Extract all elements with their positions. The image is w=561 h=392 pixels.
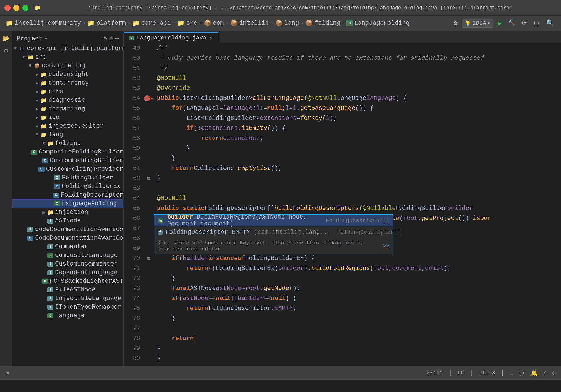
gutter-50 <box>144 53 154 63</box>
sidebar-label-folding: folding <box>55 140 81 147</box>
fold-marker-70[interactable]: ⊟ <box>146 256 151 261</box>
FoldingBuilderEx-icon: C <box>53 183 61 190</box>
breadcrumb-lang[interactable]: lang <box>284 20 299 27</box>
autocomplete-footer-link[interactable]: >> <box>383 243 389 249</box>
line-numbers: 49 50 51 52 53 54 55 56 57 58 59 60 61 6… <box>124 43 144 366</box>
autocomplete-item-1[interactable]: m builder.buildFoldRegions(ASTNode node,… <box>154 215 393 226</box>
sidebar-item-src[interactable]: ▼ 📁 src <box>12 53 123 61</box>
breadcrumb-sep-5: › <box>225 21 228 26</box>
sidebar-collapse-icon[interactable]: — <box>115 35 119 43</box>
sidebar-item-com-intellij[interactable]: ▼ 📦 com.intellij <box>12 61 123 70</box>
build-icon[interactable]: 🔨 <box>506 18 517 28</box>
breadcrumb-project[interactable]: intellij-community <box>15 20 81 27</box>
sidebar-item-concurrency[interactable]: ▶ 📁 concurrency <box>12 79 123 87</box>
code-line-75: return FoldingDescriptor.EMPTY; <box>157 304 561 314</box>
sidebar-item-diagnostic[interactable]: ▶ 📁 diagnostic <box>12 96 123 105</box>
sidebar-label-Commenter: Commenter <box>55 243 88 250</box>
sidebar-item-FoldingBuilderEx[interactable]: ▶ C FoldingBuilderEx <box>12 182 123 191</box>
sidebar-item-CompositeFoldingBuilder[interactable]: ▶ C CompositeFoldingBuilder <box>12 148 123 156</box>
code-line-78: return <box>157 334 561 344</box>
minimize-button[interactable] <box>13 5 19 11</box>
sidebar-item-formatting[interactable]: ▶ 📁 formatting <box>12 105 123 113</box>
status-position[interactable]: 78:12 <box>426 370 443 376</box>
status-left-icon[interactable]: ⊞ <box>6 369 9 376</box>
close-button[interactable] <box>4 5 11 11</box>
fold-marker-62[interactable]: ⊟ <box>146 176 151 181</box>
sidebar-item-codeInsight[interactable]: ▶ 📁 codeInsight <box>12 70 123 79</box>
tab-close-icon[interactable]: ✕ <box>210 35 213 41</box>
notifications-icon[interactable]: 🔔 <box>531 369 538 376</box>
vcs-icon[interactable]: ⟨⟩ <box>531 18 542 28</box>
breadcrumb-platform[interactable]: platform <box>96 20 126 27</box>
autocomplete-item-2[interactable]: f FoldingDescriptor.EMPTY (com.intellij.… <box>154 226 393 238</box>
sidebar-item-CodeDocAwareC2[interactable]: ▶ C CodeDocumentationAwareCo <box>12 234 123 242</box>
expand-arrow-ide: ▶ <box>34 115 40 120</box>
sidebar-dropdown-icon[interactable]: ▼ <box>45 36 47 41</box>
sidebar-item-CustomFoldingBuilder[interactable]: ▶ C CustomFoldingBuilder <box>12 156 123 165</box>
breadcrumb-src-icon: 📁 <box>177 19 184 27</box>
sidebar-item-Language[interactable]: ▶ C Language <box>12 311 123 320</box>
maximize-button[interactable] <box>22 5 28 11</box>
CustomFoldingProvider-icon: C <box>38 166 45 172</box>
power-save-icon[interactable]: ⚡ <box>543 369 547 376</box>
sidebar-item-FileASTNode[interactable]: ▶ I FileASTNode <box>12 286 123 294</box>
settings-status-icon[interactable]: ⚙ <box>552 369 555 376</box>
run-icon[interactable]: ▶ <box>496 18 504 29</box>
sidebar-item-CustomUncommenter[interactable]: ▶ I CustomUncommenter <box>12 260 123 268</box>
sidebar-item-core[interactable]: ▶ 📁 core <box>12 87 123 96</box>
sidebar-scroll-icon[interactable]: ⊕ <box>103 35 107 43</box>
breadcrumb-class[interactable]: LanguageFolding <box>354 20 409 27</box>
code-container: 49 50 51 52 53 54 55 56 57 58 59 60 61 6… <box>124 43 561 366</box>
sidebar-settings-icon[interactable]: ⚙ <box>109 35 113 43</box>
sidebar-item-folding[interactable]: ▼ 📁 folding <box>12 139 123 148</box>
sidebar-item-ide[interactable]: ▶ 📁 ide <box>12 113 123 122</box>
module-icon: □ <box>18 46 26 52</box>
sidebar-item-InjectableLanguage[interactable]: ▶ I InjectableLanguage <box>12 294 123 303</box>
sidebar-item-injection[interactable]: ▶ 📁 injection <box>12 208 123 217</box>
vcs-status-icon[interactable]: ⟨⟩ <box>518 369 525 376</box>
reload-icon[interactable]: ⟳ <box>520 18 528 28</box>
sidebar-item-DependentLanguage[interactable]: ▶ I DependentLanguage <box>12 268 123 277</box>
indent-icon[interactable]: ⎵ <box>510 370 513 376</box>
gutter-55 <box>144 103 154 113</box>
search-icon[interactable]: 🔍 <box>545 18 555 28</box>
breadcrumb-intellij[interactable]: intellij <box>239 20 269 27</box>
breakpoint-54[interactable] <box>144 95 150 101</box>
sidebar-item-ITokenTypeRemapper[interactable]: ▶ I ITokenTypeRemapper <box>12 303 123 311</box>
status-line-ending[interactable]: LF <box>457 370 464 376</box>
gutter-61 <box>144 163 154 173</box>
sidebar-item-Commenter[interactable]: ▶ I Commenter <box>12 242 123 251</box>
navigate-icon[interactable]: ⚙ <box>452 18 459 28</box>
breadcrumb-folding[interactable]: folding <box>314 20 340 27</box>
breadcrumb-src[interactable]: src <box>186 20 197 27</box>
sidebar-item-core-api[interactable]: ▼ □ core-api [intellij.platform.core] <box>12 44 123 53</box>
breadcrumb-coreapi[interactable]: core-api <box>141 20 171 27</box>
status-bar: ⊞ 78:12 | LF | UTF-8 | ⎵ ⟨⟩ 🔔 ⚡ ⚙ <box>0 366 561 380</box>
code-line-76: } <box>157 314 561 324</box>
sidebar-item-CompositeLanguage[interactable]: ▶ C CompositeLanguage <box>12 251 123 260</box>
sidebar-item-FoldingBuilder[interactable]: ▶ I FoldingBuilder <box>12 173 123 182</box>
breadcrumb-com[interactable]: com <box>213 20 224 27</box>
project-tool-icon[interactable]: 📂 <box>1 33 11 43</box>
editor-area[interactable]: 49 50 51 52 53 54 55 56 57 58 59 60 61 6… <box>124 43 561 366</box>
sidebar-item-CustomFoldingProvider[interactable]: ▶ C CustomFoldingProvider <box>12 165 123 173</box>
sidebar-item-CodeDocAwareC1[interactable]: ▶ I CodeDocumentationAwareCo <box>12 225 123 234</box>
sidebar-item-FCTSBackedLighterAST[interactable]: ▶ C FCTSBackedLighterAST <box>12 277 123 286</box>
sidebar-header: Project ▼ ⊕ ⚙ — <box>12 33 123 44</box>
sidebar-label-concurrency: concurrency <box>48 80 89 86</box>
structure-icon[interactable]: ⊞ <box>1 46 11 56</box>
sidebar-item-lang[interactable]: ▼ 📁 lang <box>12 130 123 139</box>
sidebar-item-ASTNode[interactable]: ▶ I ASTNode <box>12 217 123 225</box>
gutter-70: ⊟ <box>144 254 154 264</box>
code-lines[interactable]: /** * Only queries base language results… <box>154 43 561 366</box>
sidebar-item-injected-editor[interactable]: ▶ 📁 injected.editor <box>12 122 123 130</box>
idea-dropdown[interactable]: 💡 IDEA ▼ <box>462 19 493 28</box>
breadcrumb-lang-icon: 📦 <box>275 19 283 27</box>
status-encoding[interactable]: UTF-8 <box>479 370 495 376</box>
sidebar-item-FoldingDescriptor[interactable]: ▶ C FoldingDescriptor <box>12 191 123 199</box>
sidebar-header-icons: ⊕ ⚙ — <box>103 35 119 43</box>
tab-LanguageFolding[interactable]: C LanguageFolding.java ✕ <box>124 32 219 43</box>
code-line-61: return Collections.emptyList(); <box>157 163 561 173</box>
sidebar-item-LanguageFolding[interactable]: ▶ C LanguageFolding <box>12 199 123 208</box>
sidebar-label-core: core <box>48 88 63 95</box>
